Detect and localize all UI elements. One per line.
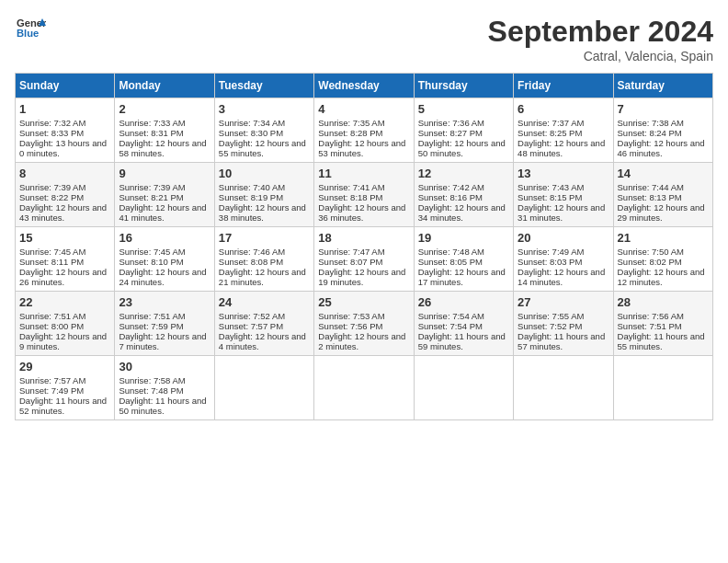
daylight-text: Daylight: 12 hours and 9 minutes. xyxy=(19,331,110,351)
sunset-text: Sunset: 8:00 PM xyxy=(19,321,110,331)
sunrise-text: Sunrise: 7:40 AM xyxy=(219,182,310,192)
sunset-text: Sunset: 8:27 PM xyxy=(418,128,509,138)
sunset-text: Sunset: 7:51 PM xyxy=(618,321,709,331)
sunset-text: Sunset: 8:15 PM xyxy=(518,192,609,202)
calendar-cell: 6Sunrise: 7:37 AMSunset: 8:25 PMDaylight… xyxy=(514,98,613,163)
sunset-text: Sunset: 8:31 PM xyxy=(119,128,210,138)
sunrise-text: Sunrise: 7:51 AM xyxy=(119,311,210,321)
daylight-text: Daylight: 12 hours and 46 minutes. xyxy=(618,138,709,158)
day-number: 11 xyxy=(318,167,409,180)
calendar-cell: 1Sunrise: 7:32 AMSunset: 8:33 PMDaylight… xyxy=(16,98,115,163)
calendar-cell: 15Sunrise: 7:45 AMSunset: 8:11 PMDayligh… xyxy=(16,227,115,292)
day-number: 15 xyxy=(19,231,110,245)
day-number: 3 xyxy=(219,102,310,116)
daylight-text: Daylight: 11 hours and 50 minutes. xyxy=(119,396,210,416)
svg-text:Blue: Blue xyxy=(17,28,39,39)
day-number: 13 xyxy=(518,167,609,180)
sunset-text: Sunset: 7:49 PM xyxy=(19,385,110,396)
sunrise-text: Sunrise: 7:58 AM xyxy=(119,375,210,385)
sunset-text: Sunset: 7:57 PM xyxy=(219,321,310,331)
sunset-text: Sunset: 8:03 PM xyxy=(518,257,609,267)
daylight-text: Daylight: 12 hours and 19 minutes. xyxy=(318,267,409,287)
page-header: General Blue September 2024 Catral, Vale… xyxy=(15,15,713,63)
sunrise-text: Sunrise: 7:39 AM xyxy=(19,182,110,192)
day-number: 16 xyxy=(119,231,210,245)
sunrise-text: Sunrise: 7:37 AM xyxy=(518,118,609,128)
calendar-cell: 13Sunrise: 7:43 AMSunset: 8:15 PMDayligh… xyxy=(514,163,613,227)
sunrise-text: Sunrise: 7:57 AM xyxy=(19,375,110,385)
sunrise-text: Sunrise: 7:56 AM xyxy=(618,311,709,321)
calendar-week-row: 29Sunrise: 7:57 AMSunset: 7:49 PMDayligh… xyxy=(16,356,713,420)
daylight-text: Daylight: 12 hours and 17 minutes. xyxy=(418,267,509,287)
logo-icon: General Blue xyxy=(17,15,46,40)
day-number: 10 xyxy=(219,167,310,180)
sunset-text: Sunset: 8:11 PM xyxy=(19,257,110,267)
location: Catral, Valencia, Spain xyxy=(488,49,713,63)
day-number: 8 xyxy=(19,167,110,180)
daylight-text: Daylight: 12 hours and 26 minutes. xyxy=(19,267,110,287)
sunset-text: Sunset: 7:52 PM xyxy=(518,321,609,331)
calendar-cell: 27Sunrise: 7:55 AMSunset: 7:52 PMDayligh… xyxy=(514,292,613,356)
calendar-cell: 3Sunrise: 7:34 AMSunset: 8:30 PMDaylight… xyxy=(214,98,313,163)
calendar-cell: 21Sunrise: 7:50 AMSunset: 8:02 PMDayligh… xyxy=(613,227,712,292)
sunset-text: Sunset: 8:13 PM xyxy=(618,192,709,202)
day-number: 30 xyxy=(119,360,210,373)
calendar-cell: 22Sunrise: 7:51 AMSunset: 8:00 PMDayligh… xyxy=(16,292,115,356)
day-number: 1 xyxy=(19,102,110,116)
sunset-text: Sunset: 8:02 PM xyxy=(618,257,709,267)
calendar-cell: 7Sunrise: 7:38 AMSunset: 8:24 PMDaylight… xyxy=(613,98,712,163)
calendar-cell: 23Sunrise: 7:51 AMSunset: 7:59 PMDayligh… xyxy=(115,292,214,356)
day-number: 28 xyxy=(618,295,709,309)
daylight-text: Daylight: 12 hours and 29 minutes. xyxy=(618,202,709,223)
calendar-cell: 19Sunrise: 7:48 AMSunset: 8:05 PMDayligh… xyxy=(414,227,513,292)
sunrise-text: Sunrise: 7:55 AM xyxy=(518,311,609,321)
daylight-text: Daylight: 11 hours and 57 minutes. xyxy=(518,331,609,351)
daylight-text: Daylight: 12 hours and 7 minutes. xyxy=(119,331,210,351)
daylight-text: Daylight: 12 hours and 58 minutes. xyxy=(119,138,210,158)
sunrise-text: Sunrise: 7:52 AM xyxy=(219,311,310,321)
calendar-cell: 16Sunrise: 7:45 AMSunset: 8:10 PMDayligh… xyxy=(115,227,214,292)
daylight-text: Daylight: 12 hours and 41 minutes. xyxy=(119,202,210,223)
calendar-week-row: 22Sunrise: 7:51 AMSunset: 8:00 PMDayligh… xyxy=(16,292,713,356)
sunset-text: Sunset: 7:48 PM xyxy=(119,385,210,396)
calendar-cell: 28Sunrise: 7:56 AMSunset: 7:51 PMDayligh… xyxy=(613,292,712,356)
daylight-text: Daylight: 12 hours and 31 minutes. xyxy=(518,202,609,223)
sunrise-text: Sunrise: 7:50 AM xyxy=(618,247,709,257)
day-of-week-header: Tuesday xyxy=(214,74,313,98)
day-number: 7 xyxy=(618,102,709,116)
day-of-week-header: Monday xyxy=(115,74,214,98)
calendar-cell: 4Sunrise: 7:35 AMSunset: 8:28 PMDaylight… xyxy=(314,98,414,163)
day-number: 6 xyxy=(518,102,609,116)
calendar-cell: 12Sunrise: 7:42 AMSunset: 8:16 PMDayligh… xyxy=(414,163,513,227)
sunset-text: Sunset: 8:07 PM xyxy=(318,257,409,267)
calendar-cell: 29Sunrise: 7:57 AMSunset: 7:49 PMDayligh… xyxy=(16,356,115,420)
calendar-cell xyxy=(514,356,613,420)
sunset-text: Sunset: 7:59 PM xyxy=(119,321,210,331)
day-number: 27 xyxy=(518,295,609,309)
daylight-text: Daylight: 11 hours and 55 minutes. xyxy=(618,331,709,351)
sunset-text: Sunset: 7:56 PM xyxy=(318,321,409,331)
sunrise-text: Sunrise: 7:36 AM xyxy=(418,118,509,128)
daylight-text: Daylight: 12 hours and 55 minutes. xyxy=(219,138,310,158)
sunrise-text: Sunrise: 7:41 AM xyxy=(318,182,409,192)
daylight-text: Daylight: 12 hours and 21 minutes. xyxy=(219,267,310,287)
sunset-text: Sunset: 8:05 PM xyxy=(418,257,509,267)
sunrise-text: Sunrise: 7:42 AM xyxy=(418,182,509,192)
calendar-cell xyxy=(314,356,414,420)
day-of-week-header: Friday xyxy=(514,74,613,98)
sunrise-text: Sunrise: 7:45 AM xyxy=(119,247,210,257)
daylight-text: Daylight: 12 hours and 24 minutes. xyxy=(119,267,210,287)
daylight-text: Daylight: 12 hours and 4 minutes. xyxy=(219,331,310,351)
sunset-text: Sunset: 8:08 PM xyxy=(219,257,310,267)
daylight-text: Daylight: 13 hours and 0 minutes. xyxy=(19,138,110,158)
sunrise-text: Sunrise: 7:49 AM xyxy=(518,247,609,257)
calendar-cell xyxy=(214,356,313,420)
day-number: 26 xyxy=(418,295,509,309)
daylight-text: Daylight: 12 hours and 38 minutes. xyxy=(219,202,310,223)
sunrise-text: Sunrise: 7:43 AM xyxy=(518,182,609,192)
sunset-text: Sunset: 8:21 PM xyxy=(119,192,210,202)
calendar-cell: 17Sunrise: 7:46 AMSunset: 8:08 PMDayligh… xyxy=(214,227,313,292)
day-number: 24 xyxy=(219,295,310,309)
sunrise-text: Sunrise: 7:44 AM xyxy=(618,182,709,192)
calendar-week-row: 15Sunrise: 7:45 AMSunset: 8:11 PMDayligh… xyxy=(16,227,713,292)
